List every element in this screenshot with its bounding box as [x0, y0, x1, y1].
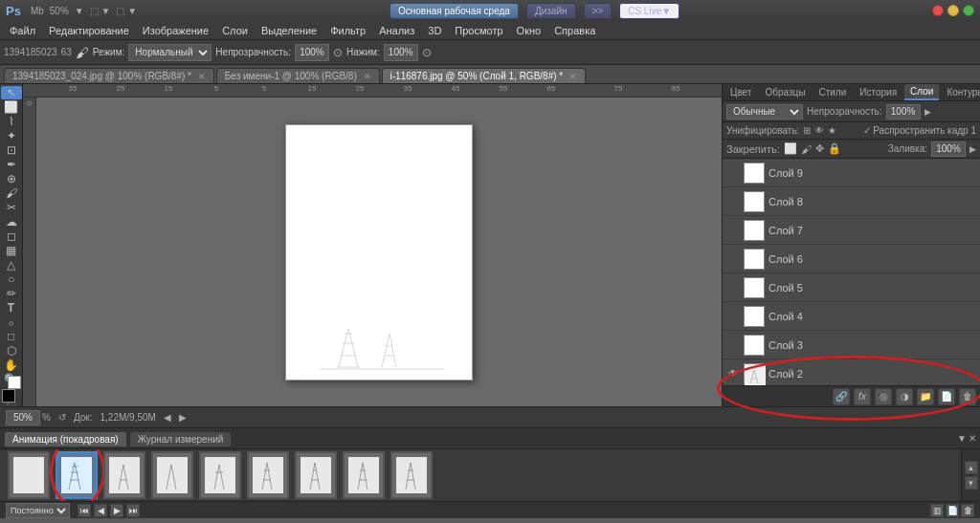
fill-input[interactable]: [931, 142, 966, 157]
layer-item-4[interactable]: Слой 4: [723, 302, 980, 331]
anim-tab-journal[interactable]: Журнал измерений: [129, 431, 233, 447]
layer-mask-btn[interactable]: ◎: [875, 388, 892, 405]
tool-pen[interactable]: ✏: [1, 287, 22, 300]
tool-clone[interactable]: ✂: [1, 201, 22, 214]
tool-move[interactable]: ↖: [1, 86, 22, 99]
menu-3d[interactable]: 3D: [422, 23, 447, 38]
menu-layers[interactable]: Слои: [216, 23, 254, 38]
anim-frame-2[interactable]: 2 0 сек.: [56, 449, 98, 501]
layer-item-7[interactable]: Слой 7: [723, 216, 980, 245]
frame-thumb-7[interactable]: [295, 451, 337, 499]
anim-copy-btn[interactable]: 📄: [946, 504, 959, 517]
nav-prev[interactable]: ◀: [164, 412, 171, 423]
anim-close-btn[interactable]: ✕: [969, 433, 976, 444]
layer-delete-btn[interactable]: 🗑: [959, 388, 976, 405]
anim-frame-8[interactable]: 8 0 сек.: [343, 449, 385, 501]
layer-eye-8[interactable]: [726, 195, 740, 208]
tool-hand[interactable]: ✋: [1, 359, 22, 372]
layer-item-3[interactable]: Слой 3: [723, 331, 980, 360]
frame-thumb-6[interactable]: [247, 451, 289, 499]
canvas-scroll[interactable]: [36, 98, 722, 406]
menu-image[interactable]: Изображение: [137, 23, 214, 38]
play-last-btn[interactable]: ⏭: [126, 504, 140, 517]
play-first-btn[interactable]: ⏮: [78, 504, 91, 517]
unify-vis-icon[interactable]: 👁: [814, 125, 824, 136]
anim-frame-4[interactable]: 4 0 сек.: [151, 449, 193, 501]
layer-adjustment-btn[interactable]: ◑: [896, 388, 913, 405]
tool-screen[interactable]: ⬛: [1, 403, 22, 406]
frame-thumb-1[interactable]: [8, 451, 50, 499]
layers-list[interactable]: Слой 9 Слой 8 Слой 7 Слой 6: [723, 159, 980, 385]
anim-delete-btn[interactable]: 🗑: [961, 504, 974, 517]
menu-view[interactable]: Просмотр: [449, 23, 508, 38]
frame-thumb-3[interactable]: [103, 451, 145, 499]
tool-shape[interactable]: □: [1, 330, 22, 343]
frame-thumb-5[interactable]: [199, 451, 241, 499]
window-minimize-btn[interactable]: [947, 5, 959, 16]
more-button[interactable]: >>: [584, 3, 612, 19]
ptab-history[interactable]: История: [854, 85, 902, 99]
layer-eye-2[interactable]: 👁: [726, 367, 740, 381]
tool-wand[interactable]: ✦: [1, 129, 22, 142]
tool-text[interactable]: T: [1, 301, 22, 315]
anim-frame-3[interactable]: 3 0 сек.: [103, 449, 145, 501]
tool-path[interactable]: ⬦: [1, 316, 22, 329]
menu-edit[interactable]: Редактирование: [43, 23, 135, 38]
anim-frame-6[interactable]: 6 0 сек.: [247, 449, 289, 501]
ptab-color[interactable]: Цвет: [724, 85, 757, 99]
unify-style-icon[interactable]: ★: [828, 125, 836, 136]
anim-up-btn[interactable]: ▲: [965, 461, 978, 474]
tool-brush[interactable]: 🖌: [1, 186, 22, 200]
design-button[interactable]: Дизайн: [526, 3, 576, 19]
lock-move-icon[interactable]: ✥: [815, 142, 824, 155]
layer-item-8[interactable]: Слой 8: [723, 187, 980, 216]
tool-dodge[interactable]: ○: [1, 272, 22, 286]
layer-eye-3[interactable]: [726, 338, 740, 352]
layer-group-btn[interactable]: 📁: [917, 388, 934, 405]
tab-2-close[interactable]: ✕: [569, 72, 577, 81]
tool-lasso[interactable]: ⌇: [1, 115, 22, 128]
tab-0[interactable]: 1394185023_024.jpg @ 100% (RGB/8#) * ✕: [4, 68, 214, 83]
ptab-styles[interactable]: Стили: [813, 85, 852, 99]
tool-eraser[interactable]: ◻: [1, 229, 22, 243]
nav-next[interactable]: ▶: [179, 412, 187, 423]
blend-mode-select[interactable]: Обычные: [726, 104, 803, 120]
layer-item-9[interactable]: Слой 9: [723, 159, 980, 187]
anim-frame-9[interactable]: 9 0 сек.: [390, 449, 433, 501]
tool-3d[interactable]: ⬡: [1, 344, 22, 358]
window-close-btn[interactable]: [932, 5, 944, 16]
tab-1[interactable]: Без имени-1 @ 100% (RGB/8) ✕: [216, 68, 380, 83]
lock-paint-icon[interactable]: 🖌: [801, 143, 812, 155]
ptab-layers[interactable]: Слои: [904, 84, 939, 100]
loop-select[interactable]: Постоянно: [6, 503, 70, 518]
layer-eye-4[interactable]: [726, 310, 740, 323]
layer-item-2[interactable]: 👁 Слой 2: [723, 360, 980, 385]
layer-eye-9[interactable]: [726, 166, 740, 180]
menu-window[interactable]: Окно: [511, 23, 547, 38]
menu-analyze[interactable]: Анализ: [373, 23, 420, 38]
frame-thumb-9[interactable]: [390, 451, 433, 499]
tab-2[interactable]: i-116876.jpg @ 50% (Слой 1, RGB/8#) * ✕: [382, 68, 586, 83]
ptab-samples[interactable]: Образцы: [759, 85, 811, 99]
anim-tween-btn[interactable]: ▥: [930, 504, 944, 517]
workspace-button[interactable]: Основная рабочая среда: [390, 3, 519, 19]
layer-new-btn[interactable]: 📄: [938, 388, 955, 405]
menu-select[interactable]: Выделение: [256, 23, 323, 38]
ptab-paths[interactable]: Контуры: [941, 85, 980, 99]
opacity-input[interactable]: [886, 104, 921, 120]
lock-transparency-icon[interactable]: ⬜: [784, 142, 797, 155]
cs-live-button[interactable]: CS Live▼: [619, 3, 679, 19]
anim-options-btn[interactable]: ▼: [957, 433, 967, 444]
lock-all-icon[interactable]: 🔒: [828, 142, 841, 155]
pressure-input[interactable]: [384, 44, 418, 61]
anim-tab-frames[interactable]: Анимация (покадровая): [4, 431, 127, 447]
play-play-btn[interactable]: ▶: [110, 504, 123, 517]
layer-item-6[interactable]: Слой 6: [723, 245, 980, 273]
menu-filter[interactable]: Фильтр: [324, 23, 371, 38]
anim-frame-7[interactable]: 7 0 сек.: [295, 449, 337, 501]
tool-healing[interactable]: ⊕: [1, 172, 22, 185]
unify-pos-icon[interactable]: ⊞: [803, 125, 811, 136]
tool-eyedropper[interactable]: ✒: [1, 158, 22, 171]
mode-select[interactable]: Нормальный: [128, 44, 212, 61]
tab-1-close[interactable]: ✕: [364, 72, 371, 81]
